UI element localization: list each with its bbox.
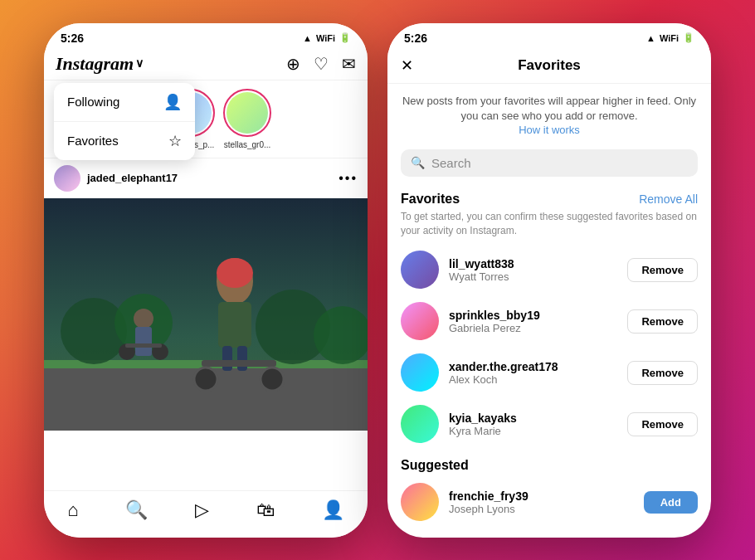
fav-avatar-4	[401, 405, 439, 443]
nav-reels-icon[interactable]: ▷	[195, 499, 209, 521]
wifi-icon-r: WiFi	[660, 33, 679, 43]
close-button[interactable]: ✕	[401, 56, 413, 75]
left-phone: 5:26 ▲ WiFi 🔋 Instagram ∨ ⊕ ♡ ✉ Followin…	[44, 23, 368, 538]
fav-name-1: Wyatt Torres	[449, 270, 617, 283]
favorites-page-title: Favorites	[518, 57, 581, 74]
time-right: 5:26	[404, 32, 427, 45]
battery-icon: 🔋	[339, 32, 351, 43]
wifi-icon: WiFi	[316, 33, 335, 43]
suggested-section-title: Suggested	[401, 458, 469, 473]
story-label-3: stellas_gr0...	[224, 140, 271, 149]
svg-rect-19	[125, 343, 162, 348]
story-3[interactable]: stellas_gr0...	[223, 89, 271, 149]
nav-home-icon[interactable]: ⌂	[67, 499, 78, 521]
fav-avatar-2	[401, 302, 439, 340]
suggested-handle-1: frenchie_fry39	[449, 489, 634, 503]
svg-rect-11	[202, 360, 276, 367]
fav-info-1: lil_wyatt838 Wyatt Torres	[449, 257, 617, 283]
post-avatar	[54, 165, 80, 192]
favorites-label: Favorites	[67, 134, 119, 148]
story-avatar-3	[226, 92, 268, 134]
following-icon: 👤	[163, 93, 182, 111]
post-image-svg	[44, 198, 368, 431]
fav-handle-1: lil_wyatt838	[449, 257, 617, 270]
ig-header: Instagram ∨ ⊕ ♡ ✉ Following 👤 Favorites …	[44, 48, 368, 80]
confirm-bar: Confirm favorites	[387, 531, 711, 537]
nav-shop-icon[interactable]: 🛍	[256, 499, 275, 521]
svg-point-14	[217, 258, 253, 288]
suggested-avatar-1	[401, 483, 439, 521]
favorites-info-text: New posts from your favorites will appea…	[401, 94, 698, 124]
suggested-section-header: Suggested	[387, 450, 711, 476]
post-image	[44, 198, 368, 431]
fav-user-3: xander.the.great178 Alex Koch Remove	[387, 347, 711, 398]
add-post-icon[interactable]: ⊕	[286, 54, 300, 74]
logo-arrow: ∨	[135, 56, 144, 71]
svg-rect-9	[222, 346, 232, 371]
remove-button-4[interactable]: Remove	[627, 412, 698, 436]
fav-name-4: Kyra Marie	[449, 425, 617, 437]
fav-name-2: Gabriela Perez	[449, 322, 617, 334]
remove-all-button[interactable]: Remove All	[639, 192, 698, 206]
status-icons-right: ▲ WiFi 🔋	[646, 32, 694, 43]
fav-name-3: Alex Koch	[449, 373, 617, 386]
nav-search-icon[interactable]: 🔍	[125, 499, 148, 521]
favorites-subtext: To get started, you can confirm these su…	[387, 210, 711, 245]
dropdown-favorites[interactable]: Favorites ☆	[54, 122, 195, 160]
fav-user-1: lil_wyatt838 Wyatt Torres Remove	[387, 244, 711, 295]
fav-info-3: xander.the.great178 Alex Koch	[449, 360, 617, 386]
time-left: 5:26	[61, 32, 84, 45]
signal-icon: ▲	[303, 33, 312, 43]
svg-point-15	[134, 309, 153, 329]
fav-handle-3: xander.the.great178	[449, 360, 617, 373]
nav-profile-icon[interactable]: 👤	[322, 499, 344, 521]
dm-icon[interactable]: ✉	[342, 54, 356, 74]
fav-handle-2: sprinkles_bby19	[449, 309, 617, 322]
suggested-info-1: frenchie_fry39 Joseph Lyons	[449, 489, 634, 515]
post-more-icon[interactable]: •••	[339, 171, 358, 186]
svg-rect-16	[135, 327, 152, 356]
fav-user-4: kyia_kayaks Kyra Marie Remove	[387, 398, 711, 450]
fav-avatar-1	[401, 251, 439, 289]
remove-button-2[interactable]: Remove	[627, 309, 698, 334]
heart-icon[interactable]: ♡	[314, 54, 329, 74]
instagram-logo[interactable]: Instagram ∨	[56, 53, 144, 75]
remove-button-3[interactable]: Remove	[627, 361, 698, 385]
star-icon: ☆	[168, 132, 182, 150]
following-label: Following	[67, 95, 119, 109]
signal-icon-r: ▲	[646, 33, 655, 43]
search-bar[interactable]: 🔍 Search	[401, 149, 698, 177]
svg-rect-10	[237, 346, 247, 371]
post-header: jaded_elephant17 •••	[44, 158, 368, 198]
favorites-section-header: Favorites Remove All	[387, 183, 711, 210]
fav-info-2: sprinkles_bby19 Gabriela Perez	[449, 309, 617, 334]
favorites-info: New posts from your favorites will appea…	[387, 84, 711, 143]
status-icons-left: ▲ WiFi 🔋	[303, 32, 351, 43]
fav-user-2: sprinkles_bby19 Gabriela Perez Remove	[387, 295, 711, 347]
header-icons: ⊕ ♡ ✉	[286, 54, 356, 74]
post-user[interactable]: jaded_elephant17	[54, 165, 178, 192]
how-it-works-link[interactable]: How it works	[401, 124, 698, 136]
fav-info-4: kyia_kayaks Kyra Marie	[449, 411, 617, 437]
fav-avatar-3	[401, 353, 439, 392]
favorites-header: ✕ Favorites	[387, 48, 711, 84]
search-placeholder: Search	[431, 156, 471, 170]
dropdown-following[interactable]: Following 👤	[54, 83, 195, 122]
fav-handle-4: kyia_kayaks	[449, 411, 617, 425]
post-username: jaded_elephant17	[87, 172, 178, 184]
favorites-section-title: Favorites	[401, 192, 460, 207]
logo-text: Instagram	[56, 53, 134, 75]
add-button-1[interactable]: Add	[644, 491, 698, 514]
svg-point-12	[194, 368, 217, 391]
suggested-name-1: Joseph Lyons	[449, 503, 634, 515]
svg-point-13	[261, 368, 284, 391]
dropdown-menu: Following 👤 Favorites ☆	[54, 83, 195, 160]
remove-button-1[interactable]: Remove	[627, 258, 698, 282]
status-bar-left: 5:26 ▲ WiFi 🔋	[44, 23, 368, 48]
svg-rect-8	[218, 302, 251, 348]
battery-icon-r: 🔋	[683, 32, 694, 43]
status-bar-right: 5:26 ▲ WiFi 🔋	[387, 23, 711, 48]
search-icon: 🔍	[411, 156, 425, 169]
right-phone: 5:26 ▲ WiFi 🔋 ✕ Favorites New posts from…	[387, 23, 711, 538]
bottom-nav: ⌂ 🔍 ▷ 🛍 👤	[44, 490, 368, 538]
